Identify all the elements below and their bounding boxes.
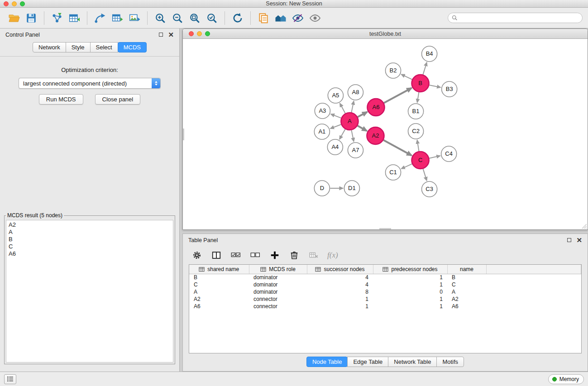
network-window-titlebar[interactable]: testGlobe.txt: [183, 29, 588, 39]
table-row[interactable]: A6connector11A6: [189, 303, 581, 310]
criterion-dropdown[interactable]: largest connected component (directed): [19, 78, 161, 89]
export-network-button[interactable]: [91, 10, 109, 26]
table-cell[interactable]: 8: [307, 288, 373, 295]
table-cell[interactable]: A: [189, 288, 249, 295]
zoom-out-button[interactable]: [169, 10, 186, 26]
left-grip[interactable]: [183, 129, 184, 140]
import-network-button[interactable]: [48, 10, 66, 26]
zoom-in-button[interactable]: [152, 10, 169, 26]
edge-A-A6[interactable]: [358, 112, 367, 117]
memory-button[interactable]: Memory: [548, 374, 584, 384]
table-tab-edge-table[interactable]: Edge Table: [347, 357, 388, 367]
show-graphics-details-button[interactable]: [306, 10, 324, 26]
save-session-button[interactable]: [23, 10, 40, 26]
edge-B-B4[interactable]: [423, 62, 426, 75]
node-D[interactable]: D: [314, 181, 330, 196]
table-cell[interactable]: A6: [447, 303, 486, 310]
table-row[interactable]: Adominator80A: [189, 288, 581, 295]
new-network-view-button[interactable]: [255, 10, 272, 26]
table-row[interactable]: Cdominator41C: [189, 281, 581, 288]
zoom-window-button[interactable]: [20, 1, 25, 6]
table-tab-network-table[interactable]: Network Table: [388, 357, 437, 367]
close-mcds-panel-button[interactable]: Close panel: [95, 94, 141, 105]
run-mcds-button[interactable]: Run MCDS: [39, 94, 83, 105]
network-overview-button[interactable]: [272, 10, 289, 26]
column-header-successor-nodes[interactable]: successor nodes: [307, 265, 373, 274]
close-panel-icon[interactable]: ✕: [168, 31, 174, 38]
table-cell[interactable]: dominator: [249, 288, 307, 295]
edge-A2-C[interactable]: [383, 140, 411, 156]
delete-table-button[interactable]: [308, 249, 320, 261]
edge-A-A4[interactable]: [339, 129, 345, 139]
node-A8[interactable]: A8: [348, 85, 363, 100]
table-tab-node-table[interactable]: Node Table: [306, 357, 348, 367]
column-header-predecessor-nodes[interactable]: predecessor nodes: [373, 265, 447, 274]
network-minimize-button[interactable]: [197, 31, 202, 36]
edge-B-B3[interactable]: [429, 85, 440, 87]
node-B1[interactable]: B1: [408, 104, 424, 119]
tab-select[interactable]: Select: [90, 42, 118, 52]
window-titlebar[interactable]: Session: New Session: [0, 0, 588, 8]
table-row[interactable]: Bdominator41B: [189, 274, 581, 281]
edge-B-B1[interactable]: [417, 92, 419, 103]
edge-A-A3[interactable]: [331, 114, 341, 118]
table-cell[interactable]: B: [447, 274, 486, 281]
node-B3[interactable]: B3: [442, 81, 457, 97]
edge-A6-B[interactable]: [384, 88, 411, 103]
column-header-name[interactable]: name: [447, 265, 486, 274]
import-table-button[interactable]: [66, 10, 83, 26]
table-cell[interactable]: dominator: [249, 274, 307, 281]
node-D1[interactable]: D1: [344, 181, 359, 196]
node-B2[interactable]: B2: [386, 63, 401, 78]
network-canvas[interactable]: AA6A2BCA5A8A3A1A4A7B2B4B3B1C2C4C1C3DD1: [183, 39, 588, 229]
minimize-window-button[interactable]: [12, 1, 17, 6]
edge-C-C4[interactable]: [429, 156, 440, 158]
table-tab-motifs[interactable]: Motifs: [436, 357, 464, 367]
float-table-panel-icon[interactable]: [567, 238, 571, 242]
table-cell[interactable]: 1: [307, 303, 373, 310]
close-table-panel-icon[interactable]: ✕: [576, 237, 582, 243]
open-session-button[interactable]: [5, 10, 23, 26]
refresh-button[interactable]: [229, 10, 246, 26]
node-B4[interactable]: B4: [422, 46, 437, 62]
table-cell[interactable]: A2: [189, 295, 249, 303]
add-column-button[interactable]: [269, 249, 281, 261]
node-C[interactable]: C: [412, 152, 429, 169]
tab-mcds[interactable]: MCDS: [118, 42, 147, 52]
table-cell[interactable]: connector: [249, 303, 307, 310]
close-window-button[interactable]: [4, 1, 9, 6]
table-cell[interactable]: A2: [447, 295, 486, 303]
table-cell[interactable]: 1: [373, 295, 447, 303]
edge-C-C2[interactable]: [417, 140, 419, 151]
edge-A-A7[interactable]: [351, 130, 354, 142]
search-box[interactable]: [448, 13, 583, 23]
table-cell[interactable]: dominator: [249, 281, 307, 288]
table-cell[interactable]: 0: [373, 288, 447, 295]
export-image-button[interactable]: [126, 10, 143, 26]
table-cell[interactable]: 4: [307, 281, 373, 288]
select-all-button[interactable]: [230, 249, 242, 261]
node-A5[interactable]: A5: [328, 88, 343, 103]
tab-network[interactable]: Network: [33, 42, 66, 52]
table-mode-button[interactable]: [191, 249, 203, 261]
node-A6[interactable]: A6: [367, 99, 384, 116]
node-B[interactable]: B: [412, 75, 429, 92]
table-cell[interactable]: 1: [373, 274, 447, 281]
table-cell[interactable]: C: [447, 281, 486, 288]
node-A4[interactable]: A4: [327, 139, 343, 155]
table-cell[interactable]: 1: [373, 303, 447, 310]
zoom-selected-button[interactable]: [203, 10, 220, 26]
table-row[interactable]: A2connector11A2: [189, 295, 581, 303]
function-builder-button[interactable]: f(x): [327, 251, 338, 260]
search-input[interactable]: [460, 15, 578, 21]
table-cell[interactable]: C: [189, 281, 249, 288]
delete-column-button[interactable]: [288, 249, 300, 261]
task-history-button[interactable]: [4, 374, 16, 384]
node-A2[interactable]: A2: [367, 127, 384, 144]
show-columns-button[interactable]: [210, 249, 222, 261]
tab-style[interactable]: Style: [66, 42, 91, 52]
node-A7[interactable]: A7: [348, 143, 363, 158]
edge-A-A8[interactable]: [351, 101, 354, 113]
toggle-visual-style-button[interactable]: [289, 10, 306, 26]
column-header-mcds-role[interactable]: MCDS role: [249, 265, 307, 274]
